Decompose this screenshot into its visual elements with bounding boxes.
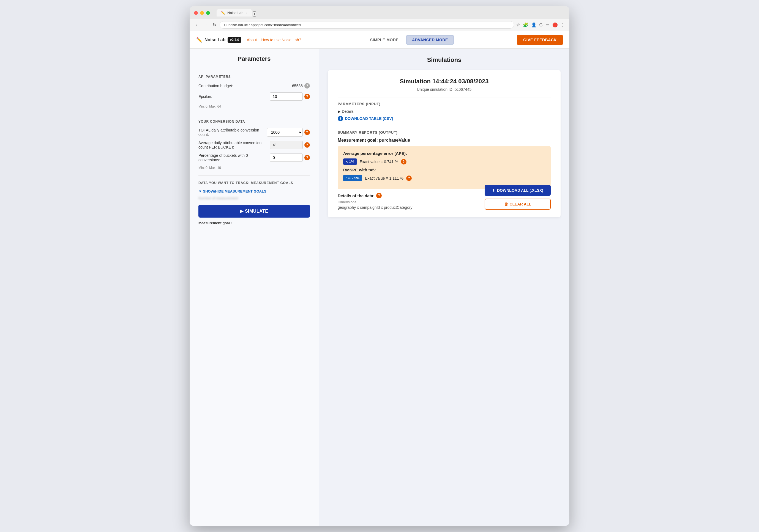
epsilon-hint: Min: 0, Max: 64 bbox=[198, 104, 310, 108]
api-params-divider bbox=[198, 69, 310, 69]
avg-daily-help-icon[interactable]: ? bbox=[304, 142, 310, 148]
app-body: Parameters API PARAMETERS Contribution b… bbox=[190, 49, 569, 526]
avg-daily-input[interactable] bbox=[270, 141, 303, 149]
ape-box: Average percentage error (APE): < 1% Exa… bbox=[338, 146, 551, 189]
clear-all-label: CLEAR ALL bbox=[510, 202, 532, 206]
ape-badge: < 1% bbox=[343, 159, 357, 165]
sim-id-area: Unique simulation ID: bc067445 bbox=[338, 87, 551, 92]
goals-divider bbox=[198, 175, 310, 175]
forward-button[interactable]: → bbox=[203, 21, 210, 29]
simulation-card: Simulation 14:44:24 03/08/2023 Unique si… bbox=[328, 70, 561, 217]
bookmark-icon[interactable]: ☆ bbox=[516, 22, 520, 27]
avg-daily-value-area: ? bbox=[270, 141, 310, 149]
rmspe-help-icon[interactable]: ? bbox=[406, 175, 412, 181]
contribution-budget-help-icon[interactable]: ? bbox=[304, 83, 310, 89]
extensions-icon[interactable]: 🧩 bbox=[523, 22, 528, 27]
ape-help-icon[interactable]: ? bbox=[401, 159, 407, 165]
active-tab[interactable]: ✏️ Noise Lab × bbox=[217, 9, 252, 17]
simple-mode-button[interactable]: SIMPLE MODE bbox=[365, 35, 404, 44]
advanced-mode-button[interactable]: ADVANCED MODE bbox=[406, 35, 454, 45]
sim-card-title: Simulation 14:44:24 03/08/2023 bbox=[338, 78, 551, 85]
measurement-goal-label: Measurement goal: purchaseValue bbox=[338, 138, 551, 143]
simulate-button[interactable]: ▶ SIMULATE bbox=[198, 205, 310, 217]
download-csv-row: ⬇ DOWNLOAD TABLE (CSV) bbox=[338, 116, 551, 121]
download-all-label: DOWNLOAD ALL (.XLSX) bbox=[497, 188, 543, 193]
browser-window: ✏️ Noise Lab × + ← → ↻ ⊙ noise-lab.uc.r.… bbox=[190, 6, 569, 526]
menu-icon[interactable]: ⋮ bbox=[561, 22, 565, 27]
tab-title: Noise Lab bbox=[227, 11, 244, 15]
right-panel: Simulations Simulation 14:44:24 03/08/20… bbox=[319, 49, 569, 526]
pct-zero-group: Percentage of buckets with 0 conversions… bbox=[198, 153, 310, 170]
pct-zero-input[interactable] bbox=[270, 154, 303, 162]
simulations-title: Simulations bbox=[328, 57, 561, 63]
pct-zero-help-icon[interactable]: ? bbox=[304, 155, 310, 160]
logo-icon: ✏️ bbox=[196, 37, 202, 43]
download-csv-link[interactable]: ⬇ DOWNLOAD TABLE (CSV) bbox=[338, 116, 393, 121]
sidebar-icon[interactable]: ▭ bbox=[545, 22, 549, 27]
measurement-goals-label: DATA YOU WANT TO TRACK: MEASUREMENT GOAL… bbox=[198, 181, 310, 185]
sim-id-label: Unique simulation ID: bbox=[417, 87, 454, 92]
avg-daily-label: Average daily attributable conversion co… bbox=[198, 140, 266, 149]
details-data-help-icon[interactable]: ? bbox=[376, 193, 382, 198]
pct-zero-hint: Min: 0, Max: 10 bbox=[198, 166, 310, 170]
pct-zero-value-area: ? bbox=[270, 154, 310, 162]
summary-reports-label: SUMMARY REPORTS (OUTPUT) bbox=[338, 131, 551, 134]
close-window-button[interactable] bbox=[194, 11, 198, 15]
sim-divider-2 bbox=[338, 126, 551, 126]
epsilon-label: Epsilon: bbox=[198, 95, 266, 99]
epsilon-row: Epsilon: ? bbox=[198, 93, 310, 101]
show-hide-goals-link[interactable]: ▼ SHOW/HIDE MEASUREMENT GOALS bbox=[198, 189, 310, 193]
how-to-link[interactable]: How to use Noise Lab? bbox=[261, 38, 301, 42]
header-left: ✏️ Noise Lab v2.7.0 About How to use Noi… bbox=[196, 37, 301, 43]
sim-id-value: bc067445 bbox=[455, 87, 472, 92]
maximize-window-button[interactable] bbox=[206, 11, 210, 15]
back-button[interactable]: ← bbox=[194, 21, 201, 29]
total-daily-label: TOTAL daily attributable conversion coun… bbox=[198, 128, 264, 137]
sim-divider-1 bbox=[338, 97, 551, 97]
ape-title: Average percentage error (APE): bbox=[343, 151, 545, 156]
browser-nav: ← → ↻ ⊙ noise-lab.uc.r.appspot.com/?mode… bbox=[190, 19, 569, 31]
pct-zero-row: Percentage of buckets with 0 conversions… bbox=[198, 153, 310, 162]
epsilon-value-area: ? bbox=[270, 93, 310, 101]
ape-result-row: < 1% Exact value = 0.741 % ? bbox=[343, 159, 545, 165]
site-info-icon: ⊙ bbox=[224, 23, 227, 27]
epsilon-help-icon[interactable]: ? bbox=[304, 94, 310, 99]
total-daily-help-icon[interactable]: ? bbox=[304, 130, 310, 135]
close-tab-button[interactable]: × bbox=[246, 11, 247, 15]
browser-nav-icons: ☆ 🧩 👤 G ▭ 🔴 ⋮ bbox=[516, 22, 565, 27]
address-bar[interactable]: ⊙ noise-lab.uc.r.appspot.com/?mode=advan… bbox=[220, 21, 514, 29]
download-all-button[interactable]: ⬇ DOWNLOAD ALL (.XLSX) bbox=[485, 185, 551, 196]
tab-bar: ✏️ Noise Lab × + bbox=[217, 9, 256, 17]
tab-favicon: ✏️ bbox=[221, 11, 225, 15]
rmspe-badge: 1% - 5% bbox=[343, 175, 362, 181]
left-panel: Parameters API PARAMETERS Contribution b… bbox=[190, 49, 319, 526]
api-params-label: API PARAMETERS bbox=[198, 75, 310, 79]
measurement-goal-1: Measurement goal 1 bbox=[198, 221, 310, 225]
avg-daily-row: Average daily attributable conversion co… bbox=[198, 140, 310, 149]
profile-icon[interactable]: 👤 bbox=[531, 22, 537, 27]
contribution-budget-row: Contribution budget: 65536 ? bbox=[198, 83, 310, 89]
rmspe-result-row: 1% - 5% Exact value = 1.111 % ? bbox=[343, 175, 545, 181]
download-csv-label: DOWNLOAD TABLE (CSV) bbox=[345, 116, 393, 121]
ape-exact-value: Exact value = 0.741 % bbox=[360, 160, 398, 164]
contribution-budget-value: 65536 ? bbox=[292, 83, 310, 89]
clear-all-button[interactable]: 🗑 CLEAR ALL bbox=[485, 199, 551, 209]
refresh-button[interactable]: ↻ bbox=[212, 21, 218, 29]
header-links: About How to use Noise Lab? bbox=[247, 38, 301, 42]
details-row: ▶ Details bbox=[338, 109, 551, 114]
app-name: Noise Lab bbox=[205, 37, 225, 42]
minimize-window-button[interactable] bbox=[200, 11, 204, 15]
epsilon-group: Epsilon: ? Min: 0, Max: 64 bbox=[198, 93, 310, 108]
action-buttons: ⬇ DOWNLOAD ALL (.XLSX) 🗑 CLEAR ALL bbox=[485, 185, 551, 209]
grammarly-icon[interactable]: G bbox=[539, 22, 543, 27]
pct-zero-label: Percentage of buckets with 0 conversions… bbox=[198, 153, 266, 162]
epsilon-input[interactable] bbox=[270, 93, 303, 101]
browser-titlebar: ✏️ Noise Lab × + bbox=[190, 6, 569, 19]
profile-avatar[interactable]: 🔴 bbox=[552, 22, 558, 27]
about-link[interactable]: About bbox=[247, 38, 257, 42]
details-toggle[interactable]: ▶ Details bbox=[338, 109, 354, 114]
total-daily-select[interactable]: 1000 500 2000 bbox=[267, 128, 303, 137]
give-feedback-button[interactable]: GIVE FEEDBACK bbox=[517, 35, 563, 45]
new-tab-button[interactable]: + bbox=[253, 11, 256, 17]
total-daily-value-area: 1000 500 2000 ? bbox=[267, 128, 310, 137]
